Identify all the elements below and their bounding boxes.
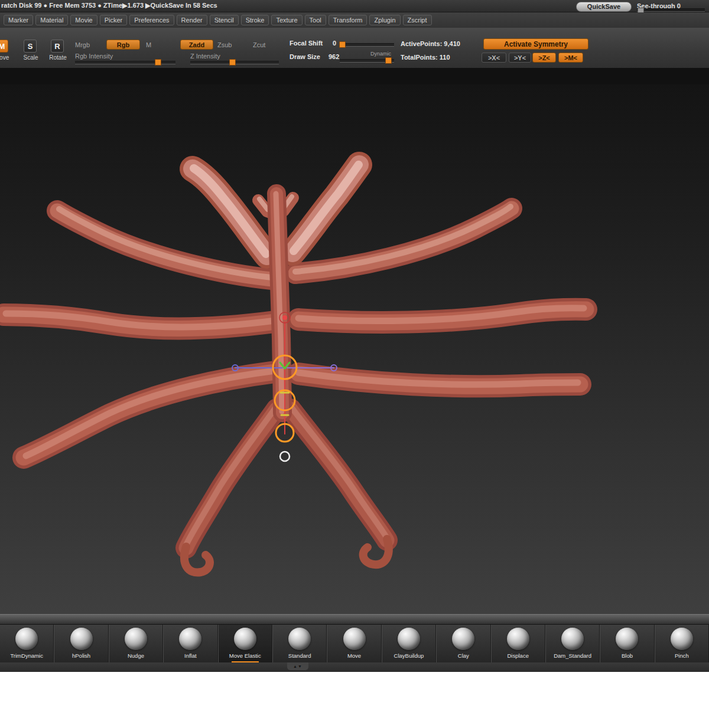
focal-shift-label: Focal Shift — [290, 40, 323, 47]
brush-blob[interactable]: Blob — [600, 625, 654, 663]
status-text: ratch Disk 99 ● Free Mem 3753 ● ZTime▶1.… — [1, 2, 217, 9]
symmetry-m-button[interactable]: >M< — [558, 53, 583, 63]
zsub-button[interactable]: Zsub — [217, 41, 232, 48]
brush-sphere-icon — [179, 628, 201, 650]
brush-sphere-icon — [15, 628, 38, 650]
zcut-button[interactable]: Zcut — [253, 41, 265, 48]
brush-sphere-icon — [616, 628, 638, 650]
menu-zplugin[interactable]: Zplugin — [369, 15, 400, 25]
sculpt-canvas[interactable] — [0, 84, 709, 614]
quicksave-button[interactable]: QuickSave — [576, 2, 632, 12]
brush-sphere-icon — [125, 628, 147, 650]
brush-shelf: TrimDynamic hPolish Nudge Inflat Move El… — [0, 624, 709, 663]
brush-sphere-icon — [452, 628, 474, 650]
total-points: TotalPoints: 110 — [401, 54, 450, 61]
brush-sphere-icon — [343, 628, 366, 650]
brush-dam-standard[interactable]: Dam_Standard — [545, 625, 600, 663]
brush-sphere-icon — [398, 628, 420, 650]
menu-preferences[interactable]: Preferences — [129, 15, 174, 25]
brush-sphere-icon — [507, 628, 529, 650]
draw-size-handle[interactable] — [385, 57, 392, 64]
activate-symmetry-button[interactable]: Activate Symmetry — [483, 38, 588, 50]
brush-standard[interactable]: Standard — [272, 625, 327, 663]
rgb-intensity-label: Rgb Intensity — [75, 53, 113, 60]
z-intensity-label: Z Intensity — [190, 53, 220, 60]
scale-mode-label: Scale — [20, 54, 41, 61]
brush-claybuildup[interactable]: ClayBuildup — [382, 625, 436, 663]
rgb-button[interactable]: Rgb — [106, 40, 140, 50]
dynamic-label: Dynamic — [370, 51, 391, 57]
zbrush-window: ratch Disk 99 ● Free Mem 3753 ● ZTime▶1.… — [0, 0, 709, 728]
brush-hpolish[interactable]: hPolish — [54, 625, 108, 663]
menu-transform[interactable]: Transform — [329, 15, 367, 25]
m-button[interactable]: M — [146, 41, 151, 48]
menu-render[interactable]: Render — [177, 15, 207, 25]
move-mode-label: Move — [0, 54, 12, 61]
brush-sphere-icon — [234, 628, 256, 650]
menu-picker[interactable]: Picker — [100, 15, 128, 25]
draw-size-value: 962 — [329, 53, 339, 60]
brush-displace[interactable]: Displace — [491, 625, 545, 663]
menu-texture[interactable]: Texture — [271, 15, 302, 25]
move-mode-button[interactable]: M — [0, 40, 8, 53]
menu-stroke[interactable]: Stroke — [241, 15, 269, 25]
brush-move[interactable]: Move — [327, 625, 381, 663]
draw-size-label: Draw Size — [290, 53, 320, 60]
symmetry-z-button[interactable]: >Z< — [532, 53, 556, 63]
see-through-slider[interactable] — [637, 8, 705, 12]
menu-tool[interactable]: Tool — [305, 15, 326, 25]
z-intensity-handle[interactable] — [229, 59, 236, 66]
top-toolbar: M Move S Scale R Rotate Mrgb Rgb M Rgb I… — [0, 28, 709, 68]
canvas-bottom-strip — [0, 614, 709, 625]
focal-shift-slider[interactable] — [340, 43, 394, 47]
see-through-control[interactable]: See-through 0 — [637, 0, 707, 12]
brush-clay[interactable]: Clay — [436, 625, 490, 663]
brush-sphere-icon — [70, 628, 93, 650]
brush-sphere-icon — [671, 628, 693, 650]
brush-trimdynamic[interactable]: TrimDynamic — [0, 625, 54, 663]
rgb-intensity-handle[interactable] — [155, 59, 161, 66]
spider-model[interactable] — [0, 84, 709, 614]
menu-marker[interactable]: Marker — [4, 15, 33, 25]
menu-material[interactable]: Material — [35, 15, 68, 25]
symmetry-y-button[interactable]: >Y< — [509, 53, 531, 63]
shelf-scroll-arrows[interactable]: ▲▼ — [287, 662, 308, 670]
menu-movie[interactable]: Movie — [70, 15, 97, 25]
menu-bar: Marker Material Movie Picker Preferences… — [0, 12, 709, 28]
canvas-top-border — [0, 68, 709, 84]
menu-stencil[interactable]: Stencil — [210, 15, 239, 25]
rotate-mode-button[interactable]: R — [51, 40, 64, 53]
brush-inflat[interactable]: Inflat — [163, 625, 217, 663]
shelf-bottom-bar — [0, 662, 709, 672]
scale-mode-button[interactable]: S — [24, 40, 37, 53]
menu-zscript[interactable]: Zscript — [403, 15, 432, 25]
symmetry-x-button[interactable]: >X< — [482, 53, 506, 63]
body[interactable] — [276, 194, 282, 413]
brush-pinch[interactable]: Pinch — [655, 625, 709, 663]
active-points: ActivePoints: 9,410 — [401, 40, 460, 47]
focal-shift-value: 0 — [333, 40, 336, 47]
bottom-legs[interactable] — [184, 408, 389, 573]
brush-nudge[interactable]: Nudge — [109, 625, 163, 663]
zadd-button[interactable]: Zadd — [180, 40, 213, 50]
status-bar: ratch Disk 99 ● Free Mem 3753 ● ZTime▶1.… — [0, 0, 709, 12]
rotate-mode-label: Rotate — [45, 54, 71, 61]
focal-shift-handle[interactable] — [339, 41, 346, 48]
brush-sphere-icon — [288, 628, 311, 650]
brush-sphere-icon — [561, 628, 584, 650]
middle-legs[interactable] — [4, 308, 586, 329]
mrgb-button[interactable]: Mrgb — [75, 41, 90, 48]
brush-move-elastic[interactable]: Move Elastic — [218, 625, 272, 663]
